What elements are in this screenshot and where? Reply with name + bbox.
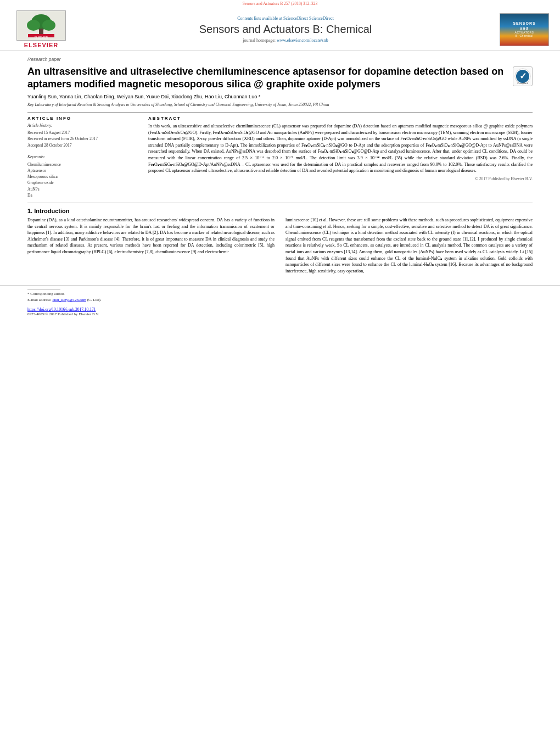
doi-link[interactable]: https://doi.org/10.1016/j.snb.2017.10.17…	[27, 307, 533, 312]
sensors-logo-bottom: ACTUATORSB: Chemical	[515, 31, 534, 37]
journal-header: ELSEVIER ELSEVIER Contents lists availab…	[0, 7, 560, 51]
keyword-4: Graphene oxide	[27, 180, 137, 186]
sciencedirect-anchor[interactable]: ScienceDirect	[309, 16, 334, 21]
section-number: 1.	[27, 208, 32, 214]
authors: Yuanling Sun, Yanna Lin, Chaofan Ding, W…	[27, 93, 533, 101]
abstract-heading: ABSTRACT	[148, 116, 533, 121]
svg-point-2	[27, 20, 40, 31]
introduction-cols: Dopamine (DA), as a kind catecholamine n…	[27, 217, 533, 274]
doi-anchor[interactable]: https://doi.org/10.1016/j.snb.2017.10.17…	[27, 307, 96, 312]
article-info-abstract-cols: ARTICLE INFO Article history: Received 1…	[27, 116, 533, 198]
introduction-heading: 1. Introduction	[27, 208, 533, 214]
header-center: Contents lists available at ScienceDirec…	[71, 16, 500, 43]
intro-text-left: Dopamine (DA), as a kind catecholamine n…	[27, 217, 275, 255]
received-date: Received 15 August 2017	[27, 130, 137, 136]
keyword-1: Chemiluminescence	[27, 161, 137, 168]
sensors-logo-box: SENSORSand ACTUATORSB: Chemical	[500, 13, 549, 46]
issn-text: 0925-4005/© 2017 Published by Elsevier B…	[27, 312, 533, 316]
abstract-text: In this work, an ultrasensitive and ultr…	[148, 123, 533, 174]
keyword-2: Aptasensor	[27, 168, 137, 174]
abstract-col: ABSTRACT In this work, an ultrasensitive…	[148, 116, 533, 198]
article-history-label: Article history:	[27, 123, 137, 129]
journal-number-line: Sensors and Actuators B 257 (2018) 312–3…	[0, 0, 560, 7]
crossmark-badge: ✓ CrossMark	[513, 66, 533, 86]
homepage-url[interactable]: www.elsevier.com/locate/snb	[277, 38, 328, 43]
article-title-section: An ultrasensitive and ultraselective che…	[27, 65, 533, 90]
keywords-label: Keywords:	[27, 154, 137, 160]
intro-text-right: luminescence [10] et al. However, these …	[285, 217, 533, 274]
journal-title-header: Sensors and Actuators B: Chemical	[82, 23, 489, 36]
divider-2	[27, 203, 533, 203]
page: Sensors and Actuators B 257 (2018) 312–3…	[0, 0, 560, 742]
intro-col-left: Dopamine (DA), as a kind catecholamine n…	[27, 217, 275, 274]
email-label: E-mail address:	[27, 298, 52, 302]
footer-email: E-mail address: clun_sunyl@126.com (C. L…	[27, 297, 533, 303]
sensors-logo-top: SENSORSand	[513, 21, 535, 31]
email-link[interactable]: clun_sunyl@126.com	[53, 298, 86, 302]
journal-homepage: journal homepage: www.elsevier.com/locat…	[82, 38, 489, 43]
crossmark-icon: ✓ CrossMark	[514, 68, 531, 85]
svg-text:CrossMark: CrossMark	[517, 82, 528, 85]
received-revised-date: Received in revised form 26 October 2017	[27, 136, 137, 142]
divider-1	[27, 112, 533, 113]
elsevier-text: ELSEVIER	[24, 42, 58, 48]
keyword-5: AuNPs	[27, 186, 137, 192]
intro-col-right: luminescence [10] et al. However, these …	[285, 217, 533, 274]
copyright-line: © 2017 Published by Elsevier B.V.	[148, 176, 533, 181]
footer-bottom: https://doi.org/10.1016/j.snb.2017.10.17…	[0, 305, 560, 319]
journal-number-text: Sensors and Actuators B 257 (2018) 312–3…	[243, 1, 318, 6]
section-title-text: Introduction	[34, 208, 69, 214]
footer-corresponding: * Corresponding author.	[27, 291, 533, 297]
affiliation: Key Laboratory of Interfacial Reaction &…	[27, 102, 533, 108]
research-paper-label: Research paper	[27, 57, 533, 62]
svg-text:✓: ✓	[519, 71, 527, 81]
keyword-3: Mesoporous silica	[27, 174, 137, 180]
elsevier-logo: ELSEVIER ELSEVIER	[11, 10, 71, 48]
contents-line: Contents lists available at ScienceDirec…	[237, 16, 308, 21]
article-title: An ultrasensitive and ultraselective che…	[27, 65, 507, 90]
email-suffix: (C. Luo).	[87, 298, 102, 302]
main-content: Research paper An ultrasensitive and ult…	[0, 51, 560, 280]
elsevier-logo-svg: ELSEVIER	[17, 11, 65, 40]
accepted-date: Accepted 28 October 2017	[27, 143, 137, 149]
svg-text:ELSEVIER: ELSEVIER	[35, 36, 48, 39]
sciencedirect-link: Contents lists available at ScienceDirec…	[82, 16, 489, 21]
keywords-list: Chemiluminescence Aptasensor Mesoporous …	[27, 161, 137, 199]
article-info-col: ARTICLE INFO Article history: Received 1…	[27, 116, 137, 198]
footer-line	[27, 289, 60, 289]
homepage-label: journal homepage:	[243, 38, 276, 43]
svg-point-3	[42, 20, 55, 31]
elsevier-logo-box: ELSEVIER	[16, 10, 66, 41]
footer-section: * Corresponding author. E-mail address: …	[0, 285, 560, 305]
article-info-heading: ARTICLE INFO	[27, 116, 137, 121]
corresponding-note: * Corresponding author.	[27, 292, 65, 296]
keyword-6: Da	[27, 192, 137, 198]
sensors-logo-inner: SENSORSand ACTUATORSB: Chemical	[500, 14, 548, 46]
